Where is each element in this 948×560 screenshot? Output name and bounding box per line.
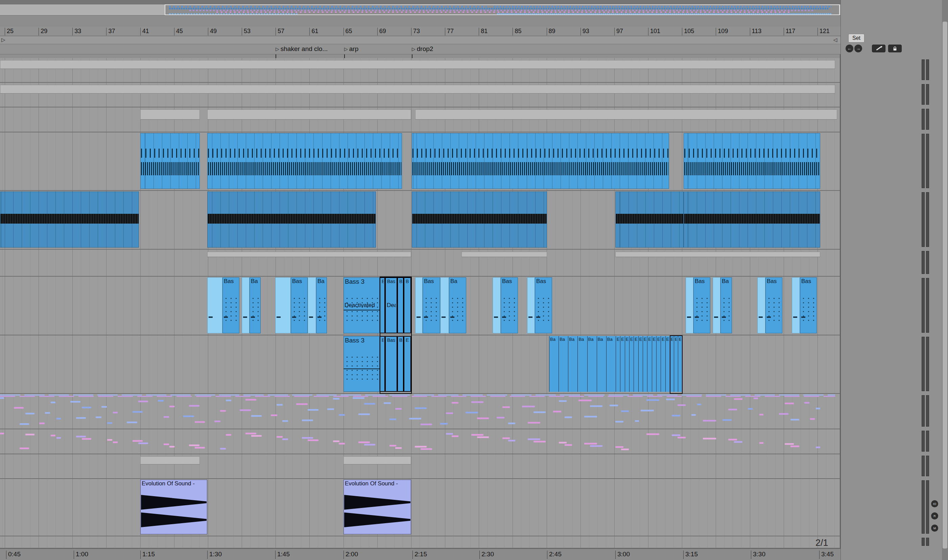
midi-clip[interactable]: E <box>625 336 629 392</box>
arrangement-start-marker-icon[interactable]: ▷ <box>2 37 5 43</box>
scrollbar-thumb[interactable] <box>943 22 947 549</box>
synth-midi-clip[interactable]: Bas <box>222 277 239 333</box>
bass-midi-clip[interactable] <box>684 133 820 189</box>
synth-midi-clip[interactable] <box>686 277 693 333</box>
note-pattern-region[interactable] <box>0 394 835 427</box>
midi-clip[interactable]: E <box>629 336 634 392</box>
midi-clip[interactable]: E <box>656 336 661 392</box>
synth-midi-clip[interactable]: Bas <box>423 277 440 333</box>
midi-clip[interactable]: Ba <box>577 336 587 392</box>
midi-clip[interactable]: Ba <box>568 336 577 392</box>
synth-midi-clip[interactable]: Ba <box>316 277 327 333</box>
track-lane-synth[interactable]: Bass 3BBasBaEBaBaBaBaBaBaBaEEEEEEEEEEEEE… <box>0 335 840 394</box>
locator-flag[interactable]: ▷drop2 <box>412 45 433 53</box>
bar-ruler[interactable]: 2529333741454953576165697377818589939710… <box>0 27 840 36</box>
section-toggle-r[interactable]: R <box>931 512 938 520</box>
group-summary-clip[interactable] <box>462 252 547 257</box>
midi-clip[interactable]: E <box>643 336 647 392</box>
midi-clip[interactable]: E <box>665 336 670 392</box>
track-lane-synth[interactable] <box>0 249 840 277</box>
section-toggle-io[interactable]: IO <box>931 500 938 507</box>
synth-midi-clip[interactable]: Ba <box>250 277 261 333</box>
synth-midi-clip[interactable]: Bas <box>501 277 518 333</box>
selected-midi-clip[interactable]: B <box>380 277 385 333</box>
draw-mode-button[interactable] <box>872 45 885 52</box>
bass-midi-clip[interactable] <box>412 133 669 189</box>
midi-clip[interactable]: E <box>678 336 682 392</box>
track-lane-kick[interactable] <box>0 191 840 249</box>
group-summary-clip[interactable] <box>207 252 411 257</box>
previous-locator-button[interactable]: ← <box>846 45 853 52</box>
synth-midi-clip[interactable] <box>440 277 449 333</box>
kick-midi-clip[interactable] <box>615 191 684 248</box>
track-lane-2-group[interactable] <box>0 83 840 108</box>
arrangement-overview[interactable] <box>0 4 840 15</box>
bass-midi-clip[interactable] <box>140 133 200 189</box>
synth-midi-clip[interactable] <box>493 277 501 333</box>
locator-flag[interactable]: ▷shaker and clo... <box>276 45 327 53</box>
track-lane-synth[interactable]: BasBaBasBaBass 3DeactivatedBBasDeactivBa… <box>0 277 840 335</box>
group-summary-clip[interactable] <box>0 60 835 69</box>
midi-clip[interactable]: E <box>661 336 665 392</box>
scrub-area[interactable]: ▷ ◁ <box>0 36 840 44</box>
overview-viewport[interactable] <box>165 5 840 15</box>
midi-clip[interactable]: E <box>674 336 678 392</box>
selected-midi-clip[interactable]: E <box>404 336 411 392</box>
midi-clip[interactable]: E <box>620 336 624 392</box>
track-lane-bass[interactable] <box>0 132 840 191</box>
midi-clip-group[interactable]: BaBaBaBaBaBaBa <box>549 336 616 392</box>
bass-midi-clip[interactable] <box>207 133 402 189</box>
group-summary-clip[interactable] <box>207 109 411 120</box>
synth-midi-clip[interactable] <box>713 277 721 333</box>
note-pattern-region[interactable] <box>0 430 835 452</box>
arrangement-end-marker-icon[interactable]: ◁ <box>833 37 837 43</box>
midi-clip[interactable]: E <box>647 336 652 392</box>
lock-envelopes-button[interactable] <box>888 45 902 52</box>
synth-midi-clip[interactable]: Bas <box>800 277 817 333</box>
midi-clip[interactable]: Ba <box>559 336 568 392</box>
vertical-scrollbar[interactable] <box>942 0 948 560</box>
synth-midi-clip[interactable]: Bas <box>766 277 782 333</box>
synth-midi-clip[interactable] <box>415 277 423 333</box>
midi-clip[interactable]: Ba <box>606 336 616 392</box>
audio-clip[interactable]: Evolution Of Sound - <box>343 480 411 534</box>
midi-clip[interactable]: Ba <box>549 336 559 392</box>
selected-midi-clip[interactable]: BasDeactiv <box>385 277 397 333</box>
midi-clip[interactable]: E <box>652 336 656 392</box>
midi-clip[interactable]: E <box>634 336 638 392</box>
time-ruler[interactable]: 0:451:001:151:301:452:002:152:302:453:00… <box>0 549 840 560</box>
group-summary-clip[interactable] <box>140 456 200 465</box>
bass3-midi-clip[interactable]: Bass 3 <box>343 336 380 392</box>
synth-midi-clip[interactable]: Bas <box>535 277 552 333</box>
track-lane-fx[interactable] <box>0 454 840 479</box>
track-lane-vocals[interactable] <box>0 429 840 454</box>
selected-midi-clip[interactable]: B <box>380 336 385 392</box>
next-locator-button[interactable]: → <box>854 45 862 52</box>
synth-midi-clip[interactable] <box>275 277 291 333</box>
synth-midi-clip[interactable]: Bas <box>291 277 308 333</box>
locator-row[interactable]: ▷shaker and clo...▷arp▷drop2 <box>0 44 840 54</box>
bass3-midi-clip[interactable]: Bass 3Deactivated <box>343 277 380 333</box>
midi-clip-group[interactable]: EEEEEEEEEEEE <box>616 336 670 392</box>
synth-midi-clip[interactable]: Ba <box>449 277 466 333</box>
locator-flag[interactable]: ▷arp <box>344 45 358 53</box>
synth-midi-clip[interactable] <box>207 277 222 333</box>
group-summary-clip[interactable] <box>140 109 200 120</box>
synth-midi-clip[interactable] <box>792 277 800 333</box>
group-summary-clip[interactable] <box>0 85 835 94</box>
kick-midi-clip[interactable] <box>207 191 376 248</box>
synth-midi-clip[interactable] <box>527 277 535 333</box>
group-summary-clip[interactable] <box>615 252 820 257</box>
track-lane-master[interactable] <box>0 536 840 549</box>
midi-clip[interactable]: Ba <box>587 336 597 392</box>
group-summary-clip[interactable] <box>343 456 411 465</box>
synth-midi-clip[interactable] <box>308 277 316 333</box>
track-lane-3-group[interactable] <box>0 108 840 132</box>
track-lane-downlifter[interactable]: Evolution Of Sound -Evolution Of Sound - <box>0 479 840 536</box>
synth-midi-clip[interactable]: Ba <box>721 277 732 333</box>
selected-midi-clip[interactable]: B <box>404 277 411 333</box>
synth-midi-clip[interactable]: Bas <box>693 277 710 333</box>
midi-clip[interactable]: Ba <box>597 336 606 392</box>
midi-clip[interactable]: E <box>670 336 674 392</box>
midi-clip[interactable]: E <box>616 336 620 392</box>
